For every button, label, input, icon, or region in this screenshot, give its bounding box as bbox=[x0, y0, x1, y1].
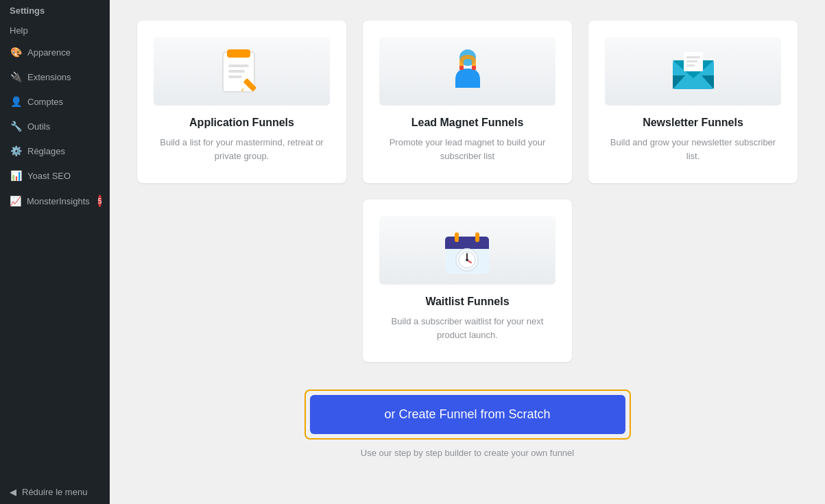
cta-button-wrapper: or Create Funnel from Scratch bbox=[304, 389, 631, 440]
comptes-icon: 👤 bbox=[10, 96, 22, 107]
lead-magnet-funnels-card[interactable]: Lead Magnet Funnels Promote your lead ma… bbox=[363, 21, 572, 183]
waitlist-funnels-icon-area bbox=[379, 216, 555, 285]
sidebar-help-item[interactable]: Help bbox=[0, 21, 110, 40]
sidebar-item-yoast[interactable]: 📊 Yoast SEO bbox=[0, 163, 110, 188]
lead-magnet-funnels-icon bbox=[440, 45, 495, 100]
sidebar-item-reglages[interactable]: ⚙️ Réglages bbox=[0, 139, 110, 163]
svg-rect-3 bbox=[228, 70, 245, 73]
sidebar: Settings Help 🎨 Apparence 🔌 Extensions 👤… bbox=[0, 0, 110, 504]
newsletter-funnels-desc: Build and grow your newsletter subscribe… bbox=[605, 136, 781, 163]
reglages-icon: ⚙️ bbox=[10, 145, 22, 156]
application-funnels-card[interactable]: Application Funnels Build a list for you… bbox=[137, 21, 346, 183]
svg-rect-15 bbox=[686, 56, 700, 58]
application-funnels-icon-area bbox=[154, 37, 330, 106]
newsletter-funnels-icon-area bbox=[605, 37, 781, 106]
svg-rect-1 bbox=[227, 49, 250, 58]
newsletter-funnels-icon bbox=[666, 45, 721, 100]
cta-sub-label: Use our step by step builder to create y… bbox=[361, 448, 574, 458]
waitlist-funnels-desc: Build a subscriber waitlist for your nex… bbox=[379, 315, 555, 341]
svg-rect-17 bbox=[686, 64, 695, 67]
reduce-menu-button[interactable]: ◀ Réduire le menu bbox=[0, 480, 110, 504]
monsterinsights-badge: 5 bbox=[98, 195, 102, 207]
cta-area: or Create Funnel from Scratch Use our st… bbox=[137, 389, 798, 458]
newsletter-funnels-card[interactable]: Newsletter Funnels Build and grow your n… bbox=[588, 21, 798, 183]
svg-rect-16 bbox=[686, 60, 697, 62]
sidebar-item-label: Extensions bbox=[27, 72, 71, 82]
svg-rect-20 bbox=[445, 243, 489, 249]
lead-magnet-funnels-title: Lead Magnet Funnels bbox=[411, 117, 524, 129]
sidebar-item-apparence[interactable]: 🎨 Apparence bbox=[0, 40, 110, 64]
main-content: Application Funnels Build a list for you… bbox=[110, 0, 825, 504]
waitlist-funnels-title: Waitlist Funnels bbox=[425, 296, 509, 308]
waitlist-funnels-card[interactable]: Waitlist Funnels Build a subscriber wait… bbox=[363, 200, 572, 362]
sidebar-item-label: Réglages bbox=[27, 146, 65, 156]
svg-rect-8 bbox=[459, 66, 464, 70]
sidebar-help-label: Help bbox=[10, 25, 28, 36]
application-funnels-desc: Build a list for your mastermind, retrea… bbox=[154, 136, 330, 163]
reduce-menu-icon: ◀ bbox=[10, 487, 16, 497]
sidebar-item-label: Yoast SEO bbox=[27, 171, 71, 181]
svg-rect-22 bbox=[475, 232, 479, 242]
sidebar-item-monsterinsights[interactable]: 📈 MonsterInsights 5 bbox=[0, 188, 110, 214]
sidebar-item-extensions[interactable]: 🔌 Extensions bbox=[0, 64, 110, 89]
lead-magnet-funnels-desc: Promote your lead magnet to build your s… bbox=[379, 136, 555, 163]
extensions-icon: 🔌 bbox=[10, 71, 22, 82]
outils-icon: 🔧 bbox=[10, 121, 22, 132]
funnel-cards-grid: Application Funnels Build a list for you… bbox=[137, 21, 798, 183]
sidebar-item-label: MonsterInsights bbox=[27, 196, 90, 206]
reduce-menu-label: Réduire le menu bbox=[22, 487, 87, 497]
yoast-icon: 📊 bbox=[10, 170, 22, 181]
sidebar-item-outils[interactable]: 🔧 Outils bbox=[0, 114, 110, 139]
svg-rect-2 bbox=[228, 64, 249, 67]
lead-magnet-funnels-icon-area bbox=[379, 37, 555, 106]
sidebar-item-label: Outils bbox=[27, 121, 50, 132]
sidebar-item-comptes[interactable]: 👤 Comptes bbox=[0, 89, 110, 114]
application-funnels-title: Application Funnels bbox=[189, 117, 294, 129]
sidebar-item-label: Apparence bbox=[27, 47, 71, 58]
waitlist-card-row: Waitlist Funnels Build a subscriber wait… bbox=[137, 200, 798, 362]
create-funnel-button[interactable]: or Create Funnel from Scratch bbox=[310, 395, 625, 434]
sidebar-item-label: Comptes bbox=[27, 97, 63, 107]
svg-rect-21 bbox=[455, 232, 459, 242]
newsletter-funnels-title: Newsletter Funnels bbox=[643, 117, 743, 129]
apparence-icon: 🎨 bbox=[10, 47, 22, 58]
application-funnels-icon bbox=[215, 45, 270, 100]
waitlist-funnels-icon bbox=[440, 224, 494, 279]
sidebar-settings-label: Settings bbox=[0, 0, 110, 21]
svg-point-28 bbox=[466, 259, 468, 261]
svg-rect-9 bbox=[472, 66, 476, 70]
svg-rect-4 bbox=[228, 75, 242, 78]
monsterinsights-icon: 📈 bbox=[10, 195, 21, 206]
